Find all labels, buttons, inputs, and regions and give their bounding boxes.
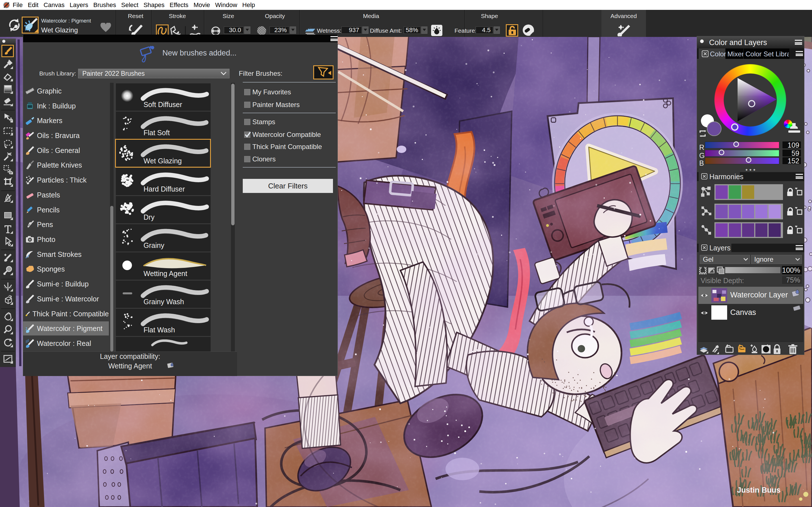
svg-text:Justin Buus: Justin Buus: [737, 486, 781, 494]
